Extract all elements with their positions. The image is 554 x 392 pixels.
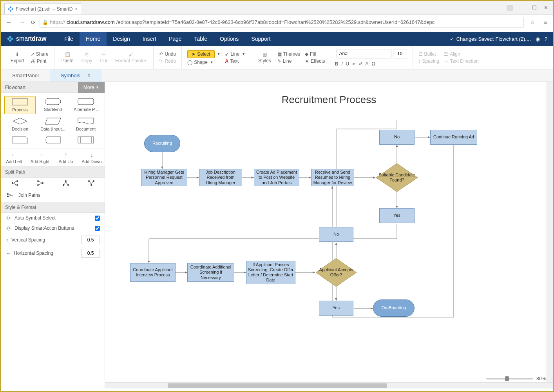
reload-button[interactable]: ⟳	[31, 19, 36, 25]
font-size-input[interactable]	[393, 49, 407, 58]
menu-home[interactable]: Home	[80, 32, 107, 46]
node-n4[interactable]: Receive and Send Resumes to Hiring Manag…	[311, 169, 354, 186]
node-no1[interactable]: No	[379, 130, 415, 145]
export-button[interactable]: ⬇Export	[7, 51, 27, 64]
node-no2[interactable]: No	[319, 227, 353, 242]
maximize-button[interactable]: ☐	[532, 5, 537, 11]
logo[interactable]: smartdraw	[7, 35, 46, 42]
shape-decision[interactable]: Decision	[4, 116, 36, 133]
menu-design[interactable]: Design	[107, 32, 136, 46]
split-opt-2[interactable]	[30, 180, 51, 186]
close-panel-icon[interactable]: X	[87, 73, 91, 78]
font-color-button[interactable]: A	[366, 61, 369, 67]
spacing-button[interactable]: ↕Spacing	[417, 58, 441, 64]
node-n3[interactable]: Create Ad Placement to Post on Website a…	[254, 169, 299, 186]
undo-button[interactable]: ↶Undo	[158, 51, 177, 57]
hscroll-thumb[interactable]	[168, 383, 387, 388]
notification-icon[interactable]: ◉	[536, 36, 540, 42]
hspacing-input[interactable]	[81, 249, 100, 258]
redo-button[interactable]: ↷Redo	[158, 58, 177, 64]
fill-button[interactable]: ◆Fill	[303, 51, 326, 57]
horizontal-scrollbar[interactable]	[105, 382, 553, 388]
node-d1[interactable]: Suitable Candidate Found?	[375, 163, 418, 192]
browser-menu-button[interactable]: ≡	[541, 19, 550, 26]
styles-button[interactable]: ▦Styles	[255, 51, 274, 64]
node-d2[interactable]: Applicant Accepts Offer?	[315, 258, 357, 287]
node-yes2[interactable]: Yes	[319, 301, 353, 316]
add-up[interactable]: ↑Add Up	[53, 149, 79, 166]
shape-document[interactable]: Document	[70, 116, 101, 133]
more-button[interactable]: More▼	[78, 82, 105, 93]
bullet-button[interactable]: ☰Bullet	[417, 51, 441, 57]
vertical-scrollbar[interactable]	[547, 82, 553, 382]
themes-button[interactable]: ▦Themes	[276, 51, 302, 57]
vspacing-input[interactable]	[81, 236, 100, 244]
copy-button[interactable]: ⎘Copy	[78, 51, 95, 64]
close-icon[interactable]: ×	[75, 6, 78, 12]
browser-tab[interactable]: Flowchart (2).sdr -- SmartD ×	[4, 3, 81, 14]
close-button[interactable]: ✕	[544, 5, 548, 11]
menu-support[interactable]: Support	[245, 32, 277, 46]
shape-startend[interactable]: Start/End	[37, 96, 69, 114]
shape-extra2[interactable]	[37, 134, 69, 145]
node-continue[interactable]: Continue Running Ad	[430, 130, 477, 145]
shape-data[interactable]: Data (Input...	[37, 116, 69, 133]
menu-insert[interactable]: Insert	[136, 32, 163, 46]
split-opt-3[interactable]	[55, 180, 76, 186]
print-button[interactable]: 🖨Print	[29, 58, 50, 64]
tab-symbols[interactable]: SymbolsX	[50, 69, 102, 82]
menu-options[interactable]: Options	[214, 32, 245, 46]
add-left[interactable]: ←Add Left	[1, 149, 27, 166]
shape-tool[interactable]: ◯Shape▼	[186, 59, 222, 65]
italic-button[interactable]: I	[341, 61, 342, 67]
forward-button[interactable]: →	[18, 17, 27, 27]
line-tool[interactable]: ↙Line▼	[223, 51, 247, 57]
shape-alternate[interactable]: Alternate P...	[70, 96, 101, 114]
node-yes1[interactable]: Yes	[379, 208, 415, 223]
node-n7[interactable]: If Applicant Passes Screening, Create Of…	[246, 261, 295, 284]
paste-button[interactable]: 📋Paste	[58, 51, 77, 64]
add-right[interactable]: →Add Right	[27, 149, 53, 166]
help-icon[interactable]: ?	[545, 36, 547, 42]
url-field[interactable]: 🔒 https://cloud.smartdraw.com/editor.asp…	[40, 17, 524, 28]
split-opt-1[interactable]	[4, 180, 25, 186]
minimize-button[interactable]: —	[520, 5, 525, 11]
node-n1[interactable]: Hiring Manager Gets Personnel Request Ap…	[141, 169, 187, 186]
cut-button[interactable]: ✂Cut	[97, 51, 110, 64]
add-down[interactable]: ↓Add Down	[79, 149, 105, 166]
join-paths[interactable]: Join Paths	[1, 189, 105, 202]
auto-symbol-checkbox[interactable]	[95, 216, 100, 221]
select-tool[interactable]: ➤ Select▼	[186, 50, 222, 58]
superscript-button[interactable]: x²	[359, 62, 362, 66]
share-button[interactable]: ↗Share	[29, 51, 50, 57]
effects-button[interactable]: ★Effects	[303, 58, 326, 64]
node-n6[interactable]: Coordinate Additional Screening if Neces…	[187, 263, 234, 282]
shape-extra1[interactable]	[4, 134, 36, 145]
align-button[interactable]: ☰Align	[442, 51, 480, 57]
font-name-input[interactable]	[337, 49, 391, 58]
user-icon[interactable]	[507, 5, 513, 11]
back-button[interactable]: ←	[4, 17, 14, 27]
format-painter-button[interactable]: 🖌Format Painter	[112, 51, 149, 64]
node-onboarding[interactable]: On-Boarding	[373, 299, 415, 317]
node-n5[interactable]: Coordinate Applicant Interview Process	[130, 263, 176, 282]
menu-page[interactable]: Page	[163, 32, 188, 46]
smartaction-checkbox[interactable]	[95, 226, 100, 231]
shape-extra3[interactable]	[70, 134, 101, 145]
tab-smartpanel[interactable]: SmartPanel	[1, 69, 50, 82]
bookmark-icon[interactable]: ☆	[528, 19, 538, 25]
bold-button[interactable]: B	[335, 61, 339, 67]
line-style-button[interactable]: ✎Line	[276, 58, 302, 64]
zoom-slider[interactable]	[486, 378, 533, 379]
node-recruiting[interactable]: Recruiting	[144, 135, 180, 152]
subscript-button[interactable]: x₂	[352, 62, 356, 66]
canvas[interactable]: Recruitment Process	[105, 82, 553, 388]
split-opt-4[interactable]	[81, 180, 101, 186]
menu-table[interactable]: Table	[188, 32, 214, 46]
text-tool[interactable]: AText	[223, 58, 247, 64]
omega-button[interactable]: Ω	[372, 61, 375, 67]
underline-button[interactable]: U	[346, 61, 349, 67]
menu-file[interactable]: File	[58, 32, 80, 46]
shape-process[interactable]: Process	[4, 96, 36, 114]
node-n2[interactable]: Job Description Received from Hiring Man…	[199, 169, 242, 186]
